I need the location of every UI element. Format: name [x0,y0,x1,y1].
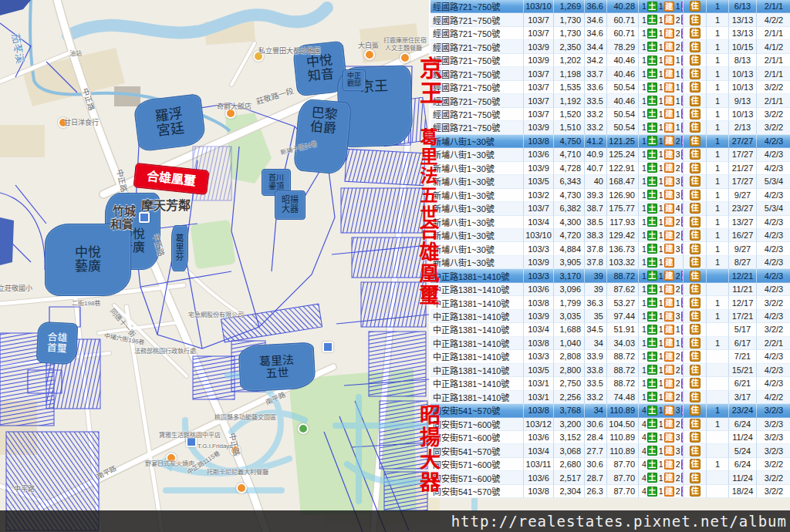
table-row[interactable]: 經國路721~750號103/71,53533.650.541土1建1車住110… [430,81,790,94]
blue-marker-icon[interactable] [139,212,150,223]
residential-badge: 住 [690,271,701,281]
red-annotation: 葛里法五世 [418,128,436,224]
cell-use: 住 [684,108,707,121]
table-row[interactable]: 中正路1381~1410號103/41,68834.551.911土1建1車住5… [430,323,790,336]
residential-badge: 住 [690,473,701,483]
table-row[interactable]: 中正路1381~1410號103/52,80033.888.721土1建2車住1… [430,364,790,377]
table-row[interactable]: 經國路721~750號103/91,51033.250.541土1建1車住12/… [430,121,790,134]
table-row[interactable]: 中正路1381~1410號103/12,75033.588.721土1建2車住6… [430,377,790,390]
cell-ownership: 1土1建1車 [639,337,684,350]
park-marker-icon[interactable] [298,423,309,434]
table-row[interactable]: 新埔八街1~30號103/94,72840.7122.911土1建2車住121/… [430,162,790,175]
land-badge: 土 [647,433,657,443]
table-row[interactable]: 經國路721~750號103/71,52033.250.541土1建1車住110… [430,108,790,121]
table-row[interactable]: 新埔八街1~30號103/104,72038.3129.421土1建2車住116… [430,229,790,242]
cell-price: 1,535 [554,81,585,94]
table-row[interactable]: 中正路1381~1410號103/81,79936.353.271土1建1車住1… [430,296,790,309]
food-marker-icon[interactable] [400,52,410,63]
cell-address: 同安街571~600號 [430,431,524,444]
table-row[interactable]: 經國路721~750號103/71,73034.660.711土1建2車住113… [430,13,790,26]
street-label: 大白鯊 [358,40,379,50]
cell-area: 50.54 [607,121,639,134]
table-row[interactable]: 新埔八街1~30號103/34,88437.8136.731土1建3車住19/2… [430,242,790,255]
land-badge: 土 [647,460,657,470]
table-row[interactable]: 同安街571~600號103/62,51728.787.704土1建2車住11/… [430,471,790,484]
cell-address: 中正路1381~1410號 [430,350,524,363]
cell-count: 1 [707,135,729,148]
building-zhaoyang-daqi[interactable]: 昭揚大器 [275,190,306,220]
table-row[interactable]: 新埔八街1~30號103/93,90537.8103.321土1建住18/274… [430,256,790,269]
cell-use: 住 [684,377,707,390]
building-zhongyue-yiguang[interactable]: 中悅藝廣 [45,224,131,296]
building-badge: 建 [664,163,674,173]
cell-address: 經國路721~750號 [430,13,524,26]
building-badge: 建 [664,365,674,375]
land-badge: 土 [647,231,657,241]
building-badge: 建 [664,217,674,227]
table-row[interactable]: 新埔八街1~30號103/24,73039.3126.901土1建3車住19/2… [430,189,790,202]
land-badge: 土 [647,325,657,335]
cell-floor: 9/27 [729,189,757,202]
blue-marker-icon[interactable] [322,342,333,352]
cell-ownership: 1土1建1車 [639,81,684,94]
table-row[interactable]: 經國路721~750號103/101,26936.640.281土1建1車住16… [430,0,790,13]
table-row[interactable]: 新埔八街1~30號103/56,34340168.471土1建3車住117/27… [430,175,790,188]
table-row[interactable]: 新埔八街1~30號103/64,71040.9125.241土1建3車住117/… [430,148,790,161]
table-row[interactable]: 新埔八街1~30號103/44,30038.5117.931土1建2車住113/… [430,216,790,229]
table-row[interactable]: 經國路721~750號103/71,19833.740.461土1建1車住110… [430,67,790,80]
cell-unit-price: 30.6 [585,418,607,431]
cell-floor: 10/13 [729,81,757,94]
cell-ownership: 1土1建2車 [639,391,684,404]
building-hexiong-shouxi[interactable]: 合雄首璽 [36,322,79,365]
cell-price: 1,269 [554,0,585,13]
table-row[interactable]: 中正路1381~1410號103/81,0403434.031土1建1車住16/… [430,337,790,350]
cell-use: 住 [684,471,707,484]
building-zhongzheng-guandi[interactable]: 中正觀邸 [343,69,366,91]
table-row[interactable]: 經國路721~750號103/91,20234.240.461土1建1車住18/… [430,54,790,67]
cell-count: 1 [707,418,729,431]
cell-address: 中正路1381~1410號 [430,310,524,323]
cell-unit-price: 33.5 [585,94,607,107]
food-marker-icon[interactable] [364,49,375,60]
table-row[interactable]: 新埔八街1~30號103/76,38238.7175.771土1建4車住123/… [430,202,790,215]
table-row[interactable]: 同安街541~570號103/43,06827.7110.894土1建3車住5/… [430,444,790,457]
cell-area: 121.25 [607,135,639,148]
table-row[interactable]: 同安街541~570號103/83,76834110.894土1建3車住123/… [430,404,790,417]
table-row[interactable]: 同安街571~600號103/123,20030.6104.504土1建2車住1… [430,418,790,431]
table-row[interactable]: 新埔八街1~30號103/84,75041.2121.251土1建2車住127/… [430,135,790,148]
building-gelifen[interactable]: 葛里芬 [171,225,188,271]
table-row[interactable]: 中正路1381~1410號103/63,0963987.621土1建2車住11/… [430,283,790,296]
cell-count: 1 [707,337,729,350]
cell-use: 住 [684,283,707,296]
cell-count [707,323,729,336]
table-row[interactable]: 中正路1381~1410號103/33,1703988.721土1建2車住12/… [430,269,790,282]
cell-count: 1 [707,40,729,53]
building-gelifa-wushi[interactable]: 葛里法五世 [238,342,316,392]
table-row[interactable]: 中正路1381~1410號103/12,25633.274.481土1建2車住3… [430,391,790,404]
cell-area: 88.72 [607,377,639,390]
table-row[interactable]: 同安街571~600號103/112,68030.687.704土1建2車住16… [430,458,790,471]
cell-count [707,364,729,377]
table-row[interactable]: 中正路1381~1410號103/93,0353597.441土1建3車住117… [430,310,790,323]
cell-price: 1,730 [554,27,585,40]
table-row[interactable]: 中正路1381~1410號103/32,80833.988.721土1建2車住7… [430,350,790,363]
food-marker-icon[interactable] [236,483,247,493]
cell-use: 住 [684,27,707,40]
table-row[interactable]: 同安街541~570號103/82,30426.387.704土1建2車住18/… [430,485,790,498]
table-row[interactable]: 同安街571~600號103/63,15228.4110.894土1建3車住11… [430,431,790,444]
cell-unit-price: 38.3 [585,229,607,242]
cell-area: 168.47 [607,175,639,188]
table-row[interactable]: 經國路721~750號103/71,19233.540.461土1建1車住19/… [430,94,790,107]
cell-count: 1 [707,310,729,323]
table-row[interactable]: 經國路721~750號103/71,73034.660.711土1建2車住113… [430,27,790,40]
cell-address: 同安街571~600號 [430,471,524,484]
building-bali-bojue[interactable]: 巴黎伯爵 [293,98,352,175]
table-row[interactable]: 經國路721~750號103/92,35034.478.291土1建2車住110… [430,40,790,53]
cell-date: 103/4 [524,216,554,229]
building-badge: 建 [664,136,674,146]
land-badge: 土 [647,446,657,456]
cell-floor: 11/24 [729,471,757,484]
cell-price: 4,730 [554,189,585,202]
cell-use: 住 [684,229,707,242]
cell-count [707,377,729,390]
